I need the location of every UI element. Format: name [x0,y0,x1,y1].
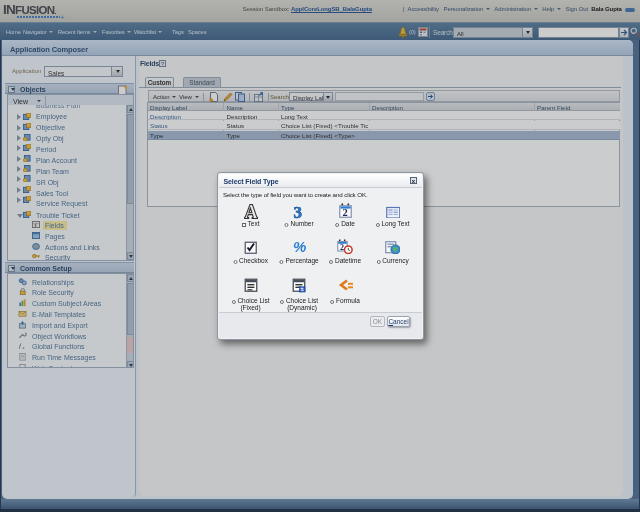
svg-text:2: 2 [340,243,344,252]
svg-text:3: 3 [293,204,302,219]
svg-text:%: % [293,239,306,254]
svg-text:2: 2 [342,207,347,218]
